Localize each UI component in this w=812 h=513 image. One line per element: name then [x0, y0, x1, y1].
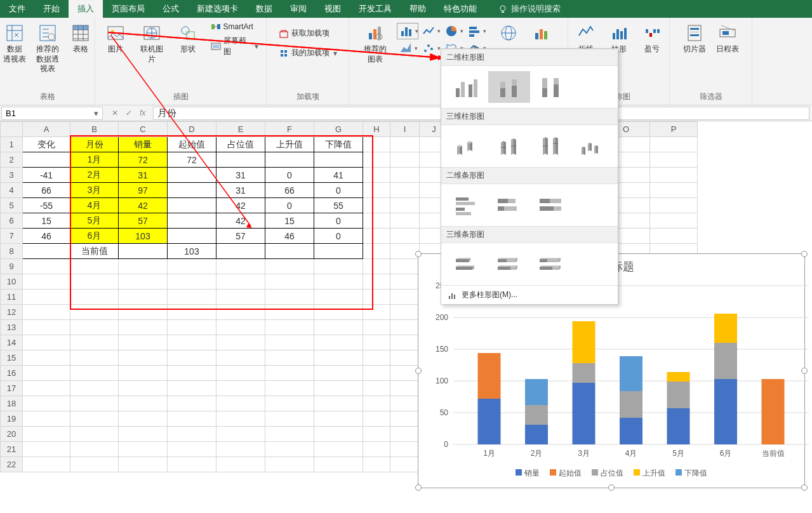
- cell-C18[interactable]: [119, 396, 168, 411]
- cell-D16[interactable]: [168, 366, 216, 381]
- timeline-button[interactable]: 日程表: [712, 20, 743, 57]
- cell-G15[interactable]: [314, 350, 363, 366]
- row-header-4[interactable]: 4: [1, 183, 23, 198]
- cell-G22[interactable]: [314, 457, 363, 472]
- row-header-3[interactable]: 3: [1, 168, 23, 183]
- cell-E8[interactable]: [216, 244, 265, 259]
- row-header-11[interactable]: 11: [1, 290, 23, 305]
- slicer-button[interactable]: 切片器: [679, 20, 710, 57]
- cell-C13[interactable]: [119, 320, 168, 335]
- table-button[interactable]: 表格: [65, 20, 96, 57]
- 3d-stacked100-bar-option[interactable]: [530, 248, 572, 280]
- cell-H10[interactable]: [363, 274, 390, 290]
- 3d-stacked-bar-option[interactable]: [488, 248, 530, 280]
- namebox-dropdown-icon[interactable]: ▾: [94, 109, 98, 118]
- cell-E6[interactable]: 42: [216, 213, 265, 229]
- cell-I15[interactable]: [390, 350, 420, 366]
- menu-tab-帮助[interactable]: 帮助: [401, 0, 435, 18]
- cell-G12[interactable]: [314, 305, 363, 320]
- cell-I11[interactable]: [390, 290, 420, 305]
- get-addin-button[interactable]: 获取加载项: [276, 27, 340, 40]
- 3d-stacked-option[interactable]: [488, 130, 530, 162]
- cell-I5[interactable]: [390, 198, 420, 213]
- cell-C4[interactable]: 97: [119, 183, 168, 198]
- col-header-F[interactable]: F: [265, 122, 314, 137]
- cell-G13[interactable]: [314, 320, 363, 335]
- cell-I22[interactable]: [390, 457, 420, 472]
- cell-G19[interactable]: [314, 411, 363, 427]
- cell-I1[interactable]: [390, 137, 420, 152]
- cell-B4[interactable]: 3月: [70, 183, 119, 198]
- cell-C17[interactable]: [119, 381, 168, 396]
- cell-C7[interactable]: 103: [119, 229, 168, 244]
- cell-C19[interactable]: [119, 411, 168, 427]
- cell-D14[interactable]: [168, 335, 216, 350]
- 3d-clustered-option[interactable]: [446, 130, 488, 162]
- cell-D13[interactable]: [168, 320, 216, 335]
- cell-D1[interactable]: 起始值: [168, 137, 216, 152]
- cell-G5[interactable]: 55: [314, 198, 363, 213]
- cell-A20[interactable]: [23, 427, 70, 442]
- fx-icon[interactable]: fx: [140, 109, 145, 117]
- chart-legend[interactable]: 销量起始值占位值上升值下降值: [418, 465, 804, 481]
- cell-G7[interactable]: 0: [314, 229, 363, 244]
- cell-E22[interactable]: [216, 457, 265, 472]
- cell-P5[interactable]: [650, 198, 698, 213]
- cell-G20[interactable]: [314, 427, 363, 442]
- cell-P1[interactable]: [650, 137, 698, 152]
- cell-B11[interactable]: [70, 290, 119, 305]
- menu-tab-视图[interactable]: 视图: [316, 0, 350, 18]
- col-header-P[interactable]: P: [650, 122, 698, 137]
- stacked-column-option[interactable]: [488, 71, 530, 103]
- screenshot-button[interactable]: 屏幕截图▾: [208, 34, 261, 58]
- cell-F3[interactable]: 0: [265, 168, 314, 183]
- menu-tab-文件[interactable]: 文件: [0, 0, 34, 18]
- cell-E9[interactable]: [216, 259, 265, 274]
- cell-G1[interactable]: 下降值: [314, 137, 363, 152]
- cell-I2[interactable]: [390, 152, 420, 168]
- cell-B7[interactable]: 6月: [70, 229, 119, 244]
- cell-C5[interactable]: 42: [119, 198, 168, 213]
- cell-H6[interactable]: [363, 213, 390, 229]
- cell-D15[interactable]: [168, 350, 216, 366]
- cell-I13[interactable]: [390, 320, 420, 335]
- cell-H5[interactable]: [363, 198, 390, 213]
- row-header-10[interactable]: 10: [1, 274, 23, 290]
- cell-B18[interactable]: [70, 396, 119, 411]
- menu-tab-数据[interactable]: 数据: [247, 0, 281, 18]
- cell-I10[interactable]: [390, 274, 420, 290]
- cell-G21[interactable]: [314, 442, 363, 457]
- name-box[interactable]: B1▾: [1, 107, 103, 120]
- cell-H17[interactable]: [363, 381, 390, 396]
- col-header-B[interactable]: B: [70, 122, 119, 137]
- cell-I12[interactable]: [390, 305, 420, 320]
- row-header-16[interactable]: 16: [1, 366, 23, 381]
- cell-F17[interactable]: [265, 381, 314, 396]
- cell-E11[interactable]: [216, 290, 265, 305]
- cell-I8[interactable]: [390, 244, 420, 259]
- cell-D20[interactable]: [168, 427, 216, 442]
- stacked100-bar-option[interactable]: [530, 189, 572, 221]
- cell-E16[interactable]: [216, 366, 265, 381]
- confirm-icon[interactable]: ✓: [126, 109, 132, 117]
- col-header-E[interactable]: E: [216, 122, 265, 137]
- online-pic-button[interactable]: 联机图片: [133, 20, 170, 67]
- cell-F16[interactable]: [265, 366, 314, 381]
- cell-H15[interactable]: [363, 350, 390, 366]
- cell-B17[interactable]: [70, 381, 119, 396]
- cell-H22[interactable]: [363, 457, 390, 472]
- cell-B14[interactable]: [70, 335, 119, 350]
- cell-C14[interactable]: [119, 335, 168, 350]
- row-header-12[interactable]: 12: [1, 305, 23, 320]
- cell-G8[interactable]: [314, 244, 363, 259]
- menu-tab-特色功能[interactable]: 特色功能: [435, 0, 486, 18]
- rec-chart-button[interactable]: 推荐的图表: [360, 20, 390, 67]
- cell-A8[interactable]: [23, 244, 70, 259]
- winloss-button[interactable]: 盈亏: [637, 20, 667, 57]
- cell-G4[interactable]: 0: [314, 183, 363, 198]
- cell-F18[interactable]: [265, 396, 314, 411]
- cell-D10[interactable]: [168, 274, 216, 290]
- cell-D17[interactable]: [168, 381, 216, 396]
- cell-C3[interactable]: 31: [119, 168, 168, 183]
- cell-H11[interactable]: [363, 290, 390, 305]
